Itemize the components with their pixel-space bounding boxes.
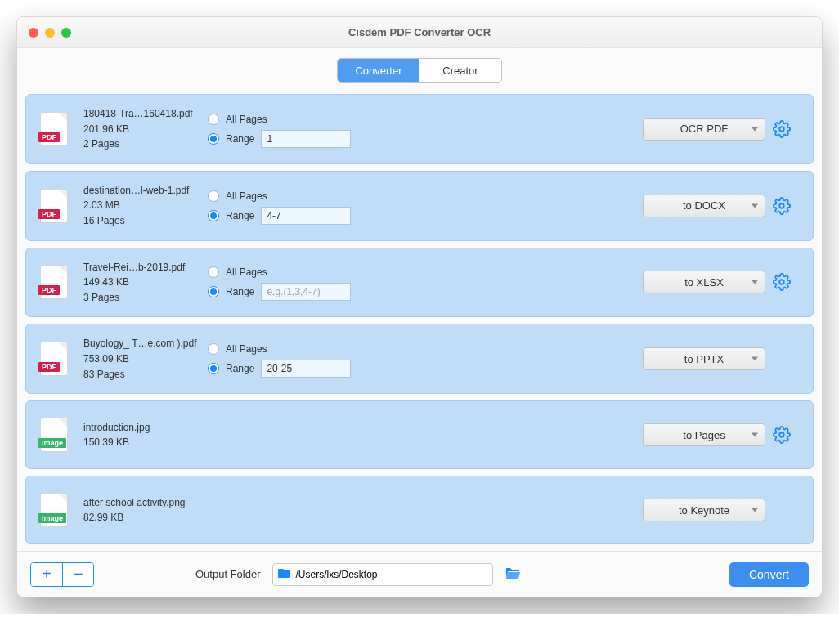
page-selection: All Pages Range <box>208 262 388 302</box>
file-size: 149.43 KB <box>83 275 208 290</box>
app-window: Cisdem PDF Converter OCR Converter Creat… <box>16 16 823 597</box>
file-info: destination…l-web-1.pdf 2.03 MB 16 Pages <box>77 183 208 229</box>
range-radio[interactable] <box>208 363 219 374</box>
tab-creator[interactable]: Creator <box>420 59 501 82</box>
file-row[interactable]: PDF Buyology_ T…e.com ).pdf 753.09 KB 83… <box>25 324 814 394</box>
segmented-control: Converter Creator <box>337 58 502 83</box>
remove-file-button[interactable]: − <box>62 563 93 586</box>
page-selection: All Pages Range <box>208 110 388 149</box>
file-info: Buyology_ T…e.com ).pdf 753.09 KB 83 Pag… <box>77 336 208 382</box>
format-select[interactable]: to PPTX <box>643 347 765 370</box>
file-size: 2.03 MB <box>83 198 208 213</box>
chevron-down-icon <box>752 508 758 512</box>
file-info: after school activity.png 82.99 KB <box>77 495 208 525</box>
titlebar: Cisdem PDF Converter OCR <box>17 17 822 48</box>
file-icon: Image <box>41 418 77 451</box>
format-select[interactable]: OCR PDF <box>643 118 765 141</box>
chevron-down-icon <box>752 127 758 131</box>
file-info: 180418-Tra…160418.pdf 201.96 KB 2 Pages <box>77 106 208 152</box>
file-name: destination…l-web-1.pdf <box>83 183 208 199</box>
format-select[interactable]: to XLSX <box>643 271 765 293</box>
page-selection: All Pages Range <box>208 186 388 226</box>
file-pages: 83 Pages <box>83 367 208 382</box>
file-name: Buyology_ T…e.com ).pdf <box>83 336 208 351</box>
all-pages-label: All Pages <box>226 343 267 355</box>
browse-folder-icon[interactable] <box>505 566 521 583</box>
gear-icon[interactable] <box>765 426 798 444</box>
output-path-field[interactable]: /Users/lxs/Desktop <box>272 563 493 586</box>
file-icon: Image <box>41 494 77 526</box>
range-input[interactable] <box>261 207 351 225</box>
file-row[interactable]: PDF destination…l-web-1.pdf 2.03 MB 16 P… <box>25 171 814 241</box>
all-pages-label: All Pages <box>226 114 267 125</box>
folder-icon <box>278 567 291 581</box>
range-label: Range <box>226 133 254 145</box>
file-info: Travel-Rei…b-2019.pdf 149.43 KB 3 Pages <box>77 260 208 306</box>
add-remove-control: + − <box>30 562 94 587</box>
all-pages-radio[interactable] <box>208 266 219 278</box>
svg-point-3 <box>779 432 784 437</box>
file-icon: PDF <box>41 266 77 298</box>
range-radio[interactable] <box>208 210 219 221</box>
format-label: OCR PDF <box>680 123 729 135</box>
window-title: Cisdem PDF Converter OCR <box>17 26 822 38</box>
chevron-down-icon <box>752 357 758 361</box>
file-size: 201.96 KB <box>83 122 208 137</box>
file-list: PDF 180418-Tra…160418.pdf 201.96 KB 2 Pa… <box>17 94 822 544</box>
page-selection: All Pages Range <box>208 339 388 378</box>
mode-tabs: Converter Creator <box>17 48 822 94</box>
file-row[interactable]: Image after school activity.png 82.99 KB… <box>25 476 814 544</box>
range-input[interactable] <box>261 130 351 148</box>
file-icon: PDF <box>41 113 77 145</box>
all-pages-label: All Pages <box>226 190 267 202</box>
convert-button[interactable]: Convert <box>729 562 809 587</box>
file-size: 150.39 KB <box>83 435 208 450</box>
file-name: after school activity.png <box>83 495 208 511</box>
format-label: to PPTX <box>684 353 724 365</box>
file-name: Travel-Rei…b-2019.pdf <box>83 260 208 275</box>
output-path-text: /Users/lxs/Desktop <box>296 569 378 580</box>
range-label: Range <box>226 286 254 297</box>
file-pages: 3 Pages <box>83 290 208 306</box>
format-select[interactable]: to Keynote <box>643 499 765 521</box>
range-radio[interactable] <box>208 286 219 297</box>
chevron-down-icon <box>752 203 758 208</box>
chevron-down-icon <box>752 280 758 284</box>
output-folder-label: Output Folder <box>195 568 261 580</box>
range-input[interactable] <box>261 283 351 301</box>
format-label: to XLSX <box>684 276 724 288</box>
tab-converter[interactable]: Converter <box>338 59 420 82</box>
format-select[interactable]: to Pages <box>643 423 765 446</box>
gear-icon[interactable] <box>765 120 798 138</box>
file-row[interactable]: Image introduction.jpg 150.39 KB to Page… <box>25 400 814 469</box>
all-pages-radio[interactable] <box>208 190 219 202</box>
format-select[interactable]: to DOCX <box>643 195 765 217</box>
file-size: 753.09 KB <box>83 351 208 367</box>
file-pages: 16 Pages <box>83 213 208 229</box>
format-label: to DOCX <box>683 199 725 212</box>
file-name: 180418-Tra…160418.pdf <box>83 106 208 122</box>
file-name: introduction.jpg <box>83 420 208 436</box>
file-icon: PDF <box>41 190 77 222</box>
format-label: to Pages <box>683 429 725 441</box>
range-input[interactable] <box>261 360 351 378</box>
file-pages: 2 Pages <box>83 136 208 152</box>
chevron-down-icon <box>752 433 758 437</box>
svg-point-1 <box>779 203 784 208</box>
footer: + − Output Folder /Users/lxs/Desktop Con… <box>17 551 822 597</box>
file-row[interactable]: PDF Travel-Rei…b-2019.pdf 149.43 KB 3 Pa… <box>25 248 814 318</box>
file-size: 82.99 KB <box>83 510 208 525</box>
file-info: introduction.jpg 150.39 KB <box>77 420 208 450</box>
svg-point-0 <box>779 127 784 132</box>
range-radio[interactable] <box>208 133 219 145</box>
all-pages-label: All Pages <box>226 266 267 278</box>
range-label: Range <box>226 210 254 221</box>
add-file-button[interactable]: + <box>31 563 62 586</box>
file-icon: PDF <box>41 342 77 375</box>
gear-icon[interactable] <box>765 273 798 291</box>
file-row[interactable]: PDF 180418-Tra…160418.pdf 201.96 KB 2 Pa… <box>25 94 814 164</box>
gear-icon[interactable] <box>765 197 798 215</box>
all-pages-radio[interactable] <box>208 343 219 355</box>
svg-point-2 <box>779 280 784 285</box>
all-pages-radio[interactable] <box>208 114 219 125</box>
